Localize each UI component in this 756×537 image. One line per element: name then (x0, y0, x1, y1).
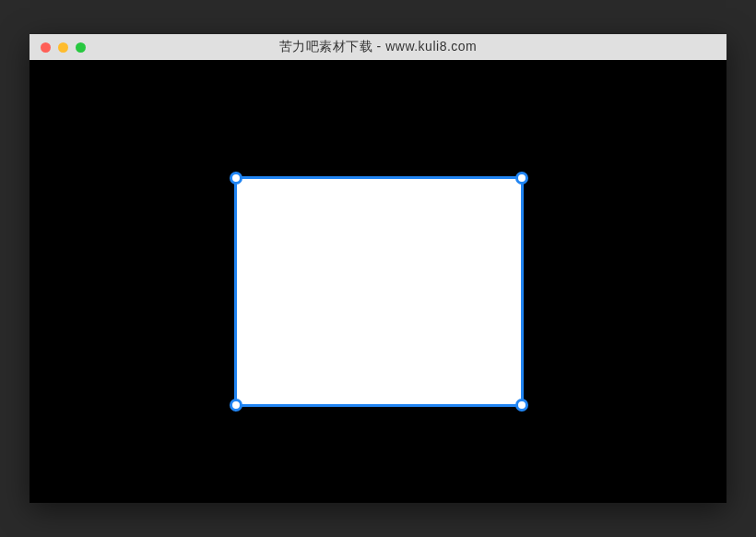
titlebar: 苦力吧素材下载 - www.kuli8.com (30, 34, 726, 60)
canvas-area[interactable] (30, 60, 726, 503)
resize-handle-bottom-left[interactable] (230, 399, 242, 412)
resize-handle-top-left[interactable] (230, 172, 242, 185)
app-window: 苦力吧素材下载 - www.kuli8.com (30, 34, 726, 503)
maximize-icon[interactable] (76, 42, 86, 53)
window-title: 苦力吧素材下载 - www.kuli8.com (30, 39, 726, 55)
minimize-icon[interactable] (58, 42, 68, 53)
resize-handle-top-right[interactable] (515, 172, 528, 185)
traffic-lights (30, 42, 86, 53)
resize-handle-bottom-right[interactable] (515, 399, 528, 412)
close-icon[interactable] (41, 42, 51, 53)
selection-box[interactable] (234, 176, 524, 407)
